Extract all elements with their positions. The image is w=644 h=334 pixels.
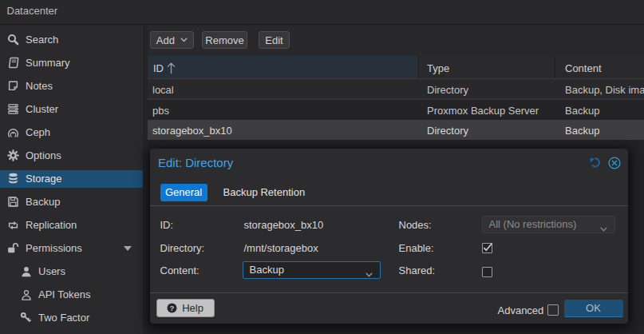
svg-text:?: ? [170, 304, 175, 312]
